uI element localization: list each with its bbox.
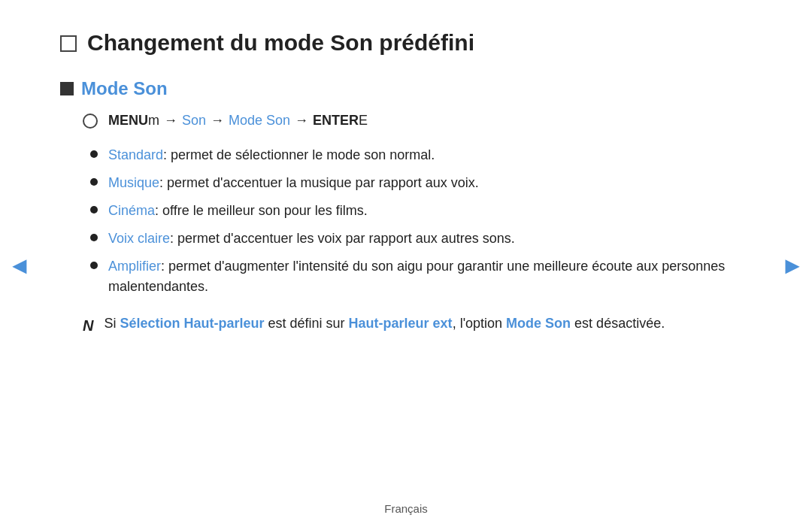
desc-voix: : permet d'accentuer les voix par rappor…	[170, 231, 515, 246]
footer: Français	[0, 502, 812, 515]
enter-bold: ENTER	[313, 113, 359, 128]
bullet-item-text: Amplifier: permet d'augmenter l'intensit…	[108, 256, 752, 297]
note-link2: Haut-parleur ext	[349, 316, 453, 331]
menu-suffix: m	[148, 113, 159, 128]
note-text-middle: est défini sur	[265, 316, 349, 331]
bullet-dot-icon	[90, 234, 98, 241]
term-standard: Standard	[108, 147, 163, 162]
section-square-icon	[60, 82, 74, 95]
section-heading-text: Mode Son	[81, 78, 168, 99]
list-item: Amplifier: permet d'augmenter l'intensit…	[90, 256, 752, 297]
list-item: Voix claire: permet d'accentuer les voix…	[90, 229, 752, 249]
menu-instruction: MENUm → Son → Mode Son → ENTERE	[83, 113, 752, 129]
term-voix: Voix claire	[108, 231, 170, 246]
bullet-item-text: Cinéma: offre le meilleur son pour les f…	[108, 201, 368, 221]
desc-cinema: : offre le meilleur son pour les films.	[155, 203, 368, 218]
arrow1: →	[164, 113, 177, 129]
menu-label: MENUm	[108, 113, 159, 129]
main-title: Changement du mode Son prédéfini	[60, 30, 752, 56]
note-n-label: N	[83, 314, 93, 338]
bullet-dot-icon	[90, 178, 98, 186]
menu-link2: Mode Son	[229, 113, 290, 129]
bullet-item-text: Voix claire: permet d'accentuer les voix…	[108, 229, 515, 249]
arrow3: →	[295, 113, 308, 129]
note-link1: Sélection Haut-parleur	[120, 316, 264, 331]
section-heading: Mode Son	[60, 78, 752, 99]
term-musique: Musique	[108, 175, 159, 190]
list-item: Cinéma: offre le meilleur son pour les f…	[90, 201, 752, 221]
nav-arrow-left[interactable]: ◄	[8, 251, 32, 279]
term-amplifier: Amplifier	[108, 259, 161, 274]
note-content: Si Sélection Haut-parleur est défini sur…	[104, 313, 665, 335]
list-item: Standard: permet de sélectionner le mode…	[90, 145, 752, 165]
menu-link1: Son	[182, 113, 206, 129]
bullet-dot-icon	[90, 150, 98, 158]
main-title-text: Changement du mode Son prédéfini	[87, 30, 474, 56]
bullet-item-text: Standard: permet de sélectionner le mode…	[108, 145, 435, 165]
enter-suffix: E	[359, 113, 368, 128]
note-text-before: Si	[104, 316, 120, 331]
term-cinema: Cinéma	[108, 203, 155, 218]
bullet-dot-icon	[90, 262, 98, 269]
desc-standard: : permet de sélectionner le mode son nor…	[163, 147, 435, 162]
footer-text: Français	[384, 502, 428, 515]
menu-bold: MENU	[108, 113, 148, 128]
arrow2: →	[211, 113, 224, 129]
desc-musique: : permet d'accentuer la musique par rapp…	[159, 175, 479, 190]
nav-arrow-right[interactable]: ►	[780, 251, 804, 279]
note-link3: Mode Son	[506, 316, 571, 331]
circle-icon	[83, 114, 98, 129]
note-text-after: , l'option	[453, 316, 506, 331]
note-row: N Si Sélection Haut-parleur est défini s…	[83, 313, 752, 338]
bullet-item-text: Musique: permet d'accentuer la musique p…	[108, 173, 479, 193]
bullet-dot-icon	[90, 206, 98, 214]
desc-amplifier: : permet d'augmenter l'intensité du son …	[108, 259, 725, 294]
list-item: Musique: permet d'accentuer la musique p…	[90, 173, 752, 193]
note-text-end: est désactivée.	[571, 316, 665, 331]
enter-text: ENTERE	[313, 113, 368, 129]
bullet-list: Standard: permet de sélectionner le mode…	[90, 145, 752, 297]
title-checkbox-icon	[60, 35, 77, 52]
